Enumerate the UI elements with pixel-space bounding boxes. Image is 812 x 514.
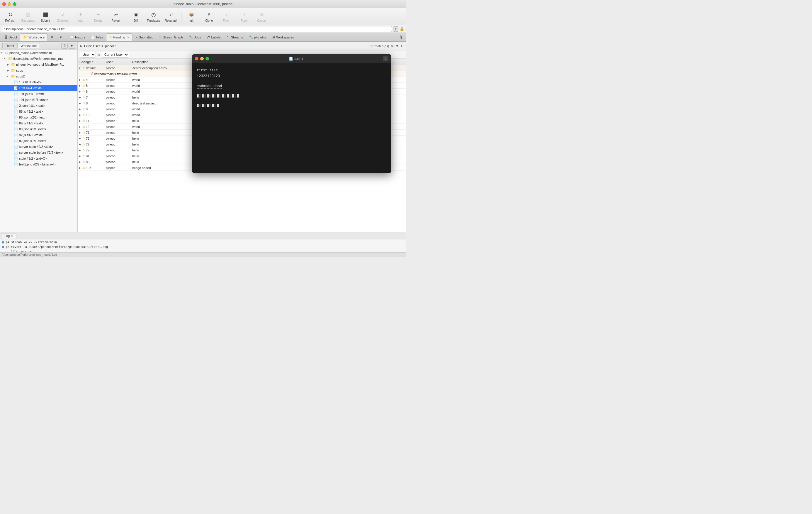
tab-filter[interactable]: ▼ [56, 33, 65, 41]
tab-sort[interactable]: ⇅ [48, 33, 56, 41]
tree-file-86js[interactable]: 📄 86.js #2/2 <text> [0, 109, 77, 114]
tree-file-server-stdio[interactable]: 📄 server-stdio #2/2 <text> [0, 144, 77, 150]
row-expand-icon[interactable]: ▶ [79, 78, 82, 81]
folder-macbook-label: pineoc_iyunseog-ui-MacBook-P... [16, 63, 64, 66]
fv-block-text: █░█░█░█░█ [197, 104, 219, 107]
sidebar-filter-button[interactable]: ▼ [68, 43, 75, 49]
log-tab[interactable]: Log ✕ [1, 233, 17, 239]
file-92js-label: 92.js #1/1 <text> [19, 133, 43, 137]
th-user[interactable]: User [104, 59, 130, 65]
push-button[interactable]: ↗ Push [236, 9, 253, 24]
file-89js-label: 89.js #1/1 <text> [19, 121, 43, 125]
submit-button[interactable]: ⬛ Submit [37, 9, 54, 24]
checkout-button[interactable]: ✓ Checkout [55, 9, 71, 24]
maximize-button[interactable] [13, 2, 17, 6]
tree-file-101json[interactable]: 📄 101.json #1/1 <text> [0, 97, 77, 103]
row-expand-icon[interactable]: ▾ [79, 66, 82, 70]
address-dropdown-button[interactable]: ▾ [393, 26, 398, 32]
tab-history[interactable]: 🕒 History [67, 33, 88, 41]
init-button[interactable]: 📦 Init [183, 9, 200, 24]
fv-min-button[interactable] [200, 57, 204, 60]
tab-workspace[interactable]: 📁 Workspace [20, 33, 48, 41]
warning-icon: ⚠ [82, 148, 85, 152]
tree-folder-subs2[interactable]: ▾ 📁 subs2 [0, 73, 77, 79]
tab-depot[interactable]: 🗄 Depot [1, 33, 20, 41]
tree-folder-macbook[interactable]: ▶ 📁 pineoc_iyunseog-ui-MacBook-P... [0, 62, 77, 67]
delete-button[interactable]: − Delete [90, 9, 107, 24]
tab-stream-graph[interactable]: ⠿ Stream Graph [156, 33, 186, 41]
file-test1png-icon: 📄 [14, 162, 18, 166]
filter-value-select[interactable]: Current User [102, 52, 129, 57]
filter-collapse-icon[interactable]: ▶ [80, 44, 82, 48]
timelapse-button[interactable]: ◷ Timelapse [145, 9, 162, 24]
tree-file-89js[interactable]: 📄 89.js #1/1 <text> [0, 120, 77, 126]
fetch-button[interactable]: ↙ Fetch [218, 9, 235, 24]
tab-submitted[interactable]: ● Submitted [133, 33, 156, 41]
workspace-tab[interactable]: Workspace [17, 43, 40, 48]
td-user: pineoc [104, 136, 130, 141]
log-dot-icon [2, 246, 4, 248]
tree-file-1txt[interactable]: 📝 1.txt #4/4 <text> [0, 85, 77, 91]
tab-pending[interactable]: ⚠ Pending ✕ [106, 33, 133, 41]
revert-button[interactable]: ⤺ Revert [107, 9, 124, 24]
depot-tab[interactable]: Depot [2, 43, 17, 48]
fv-close-button[interactable] [195, 57, 199, 60]
filter-icon: ▼ [59, 35, 62, 39]
tree-folder-subs[interactable]: ▶ 📁 subs [0, 67, 77, 73]
close-button[interactable] [2, 2, 6, 6]
revgraph-button[interactable]: ⇄ Revgraph [163, 9, 180, 24]
tree-file-test1png[interactable]: 📄 test1.png #2/2 <binary+l> [0, 161, 77, 167]
tab-sort-right-icon[interactable]: ⇅ [398, 34, 404, 40]
fv-line-2: 12323123123 [197, 74, 387, 79]
tree-file-1js[interactable]: 📄 1.js #1/1 <text> [0, 79, 77, 85]
pending-clear-icon[interactable]: ✕ [127, 36, 129, 39]
tree-file-89json[interactable]: 📄 89.json #1/1 <text> [0, 126, 77, 132]
tab-labels[interactable]: 🏷 Labels [204, 33, 223, 41]
fetch-label: Fetch [223, 19, 230, 22]
path-item[interactable]: ▾ 📁 /Users/pineoc/Perforce/pineoc_mai [0, 56, 77, 62]
add-button[interactable]: + Add [72, 9, 89, 24]
filter-refresh-icon[interactable]: ↻ [401, 44, 404, 48]
revert-icon: ⤺ [112, 11, 119, 18]
tab-streams-label: Streams [231, 35, 243, 39]
filter-field-select[interactable]: User [80, 52, 96, 57]
tree-file-stdio[interactable]: 📄 stdio #2/2 <text+C> [0, 156, 77, 161]
revert-label: Revert [111, 19, 120, 22]
filter-clear-icon[interactable]: ⊗ [391, 44, 394, 48]
sidebar-sort-button[interactable]: ⇅ [61, 43, 68, 49]
submit-label: Submit [41, 19, 50, 22]
fv-max-button[interactable] [205, 57, 209, 60]
minimize-button[interactable] [8, 2, 11, 6]
tree-file-101js[interactable]: 📄 101.js #1/1 <text> [0, 91, 77, 97]
folder-macbook-icon: 📁 [11, 62, 15, 66]
tab-workspaces[interactable]: 🖥 Workspaces [269, 33, 297, 41]
tab-depot-label: Depot [8, 35, 17, 39]
tab-files[interactable]: 📄 Files [88, 33, 106, 41]
sort-icon: ⇅ [51, 35, 53, 39]
fv-zoom-button[interactable]: + [383, 56, 388, 61]
tree-file-86json[interactable]: 📄 86.json #2/2 <text> [0, 114, 77, 120]
log-tab-close[interactable]: ✕ [11, 235, 13, 237]
td-user: pineoc [104, 112, 130, 118]
sub-row-icon: 📝 [89, 72, 93, 75]
clone-button[interactable]: ⎘ Clone [201, 9, 218, 24]
refresh-button[interactable]: ↻ Refresh [2, 9, 19, 24]
tree-file-2json[interactable]: 📄 2.json #1/1 <text> [0, 103, 77, 109]
submit-icon: ⬛ [42, 11, 49, 18]
cancel-button[interactable]: ✕ Cancel [253, 9, 270, 24]
tab-p4v-utils[interactable]: 🔧 p4v utils [246, 33, 269, 41]
diff-button[interactable]: ▣ Diff [127, 9, 145, 24]
tab-streams[interactable]: 〜 Streams [224, 33, 246, 41]
tree-file-92json[interactable]: 📄 92.json #1/1 <text> [0, 138, 77, 144]
tree-file-server-stdio-before[interactable]: 📄 server-stdio-before #2/2 <text> [0, 150, 77, 156]
workspace-icon: 🗂 [5, 51, 8, 55]
tree-file-92js[interactable]: 📄 92.js #1/1 <text> [0, 132, 77, 138]
th-change[interactable]: Change ▼ [78, 59, 104, 65]
tab-jobs[interactable]: 🔧 Jobs [186, 33, 204, 41]
workspace-root-item[interactable]: ▾ 🗂 pineoc_main3 (//stream/main) [0, 50, 77, 56]
get-latest-icon: ⬜ [24, 11, 31, 18]
warning-icon: ⚠ [82, 131, 85, 134]
address-input[interactable] [2, 26, 392, 32]
get-latest-button[interactable]: ⬜ Get Latest [19, 9, 36, 24]
filter-settings-icon[interactable]: ▼ [396, 44, 399, 48]
